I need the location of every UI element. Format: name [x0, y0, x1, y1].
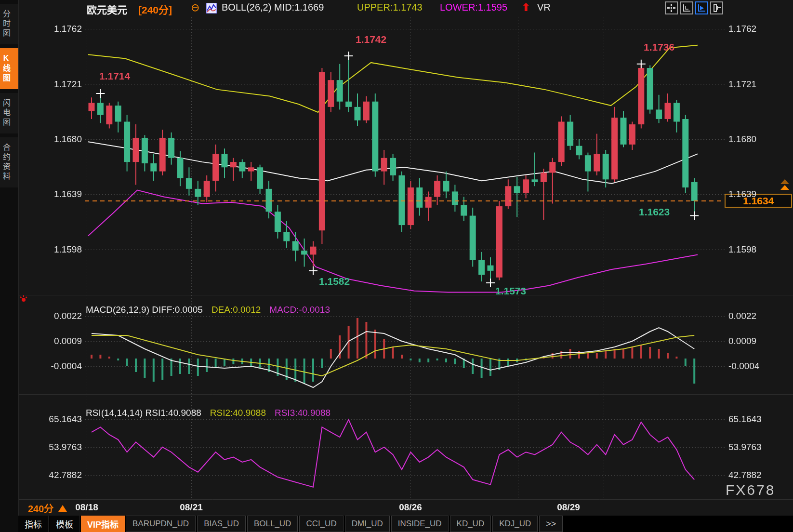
rsi-header: RSI(14,14,14) RSI1:40.9088RSI2:40.9088RS… [86, 408, 330, 418]
macd-tick-left: 0.0009 [2, 336, 82, 346]
rsi3-label: RSI3:40.9088 [275, 408, 330, 418]
footer-tab-7[interactable]: CCI_UD [299, 516, 343, 532]
macd-tick-right: 0.0022 [728, 311, 756, 321]
rsi-tick-left: 65.1643 [2, 414, 82, 425]
right-margin-icon[interactable] [710, 1, 723, 14]
macd-tick-right: -0.0004 [728, 361, 759, 372]
symbol-title: 欧元美元 [87, 2, 127, 16]
rsi2-label: RSI2:40.9088 [210, 408, 266, 418]
rsi1-label: RSI(14,14,14) RSI1:40.9088 [86, 408, 201, 418]
price-annotation: 1.1714 [99, 70, 130, 82]
header: 欧元美元 [240分] ⊖ BOLL(26,2) MID:1.1669 UPPE… [0, 0, 793, 16]
price-tick-left: 1.1598 [2, 244, 82, 255]
footer-tab-11[interactable]: KDJ_UD [492, 516, 538, 532]
macd-label: MACD(26,12,9) DIFF:0.0005 [86, 305, 203, 315]
footer-tab-8[interactable]: DMI_UD [345, 516, 390, 532]
price-tick-right: 1.1598 [728, 244, 756, 255]
price-tick-left: 1.1680 [2, 134, 82, 145]
pan-crosshair-icon[interactable] [665, 1, 678, 14]
axis-scale-icon[interactable] [680, 1, 693, 14]
axis-auto-fit-icon[interactable] [695, 1, 708, 14]
price-tick-right: 1.1639 [728, 189, 756, 200]
rsi-tick-right: 65.1643 [728, 414, 762, 425]
footer-tab-9[interactable]: INSIDE_UD [391, 516, 449, 532]
rsi-tick-right: 53.9763 [728, 442, 762, 452]
price-tick-left: 1.1639 [2, 189, 82, 200]
trading-terminal: 分时图K线图闪电图合约资料 欧元美元 [240分] ⊖ BOLL(26,2) M… [0, 0, 793, 532]
sidebar-item-3[interactable]: 闪电图 [0, 93, 18, 133]
macd-tick-left: 0.0022 [2, 311, 82, 321]
macd-value-label: MACD:-0.0013 [269, 305, 330, 315]
footer-tab-6[interactable]: BOLL_UD [247, 516, 298, 532]
macd-header: MACD(26,12,9) DIFF:0.0005DEA:0.0012MACD:… [86, 305, 330, 315]
macd-dea-label: DEA:0.0012 [211, 305, 261, 315]
watermark: FX678 [726, 482, 775, 498]
price-annotation: 1.1736 [644, 41, 674, 53]
interval-footer-chip[interactable]: 240分 [28, 501, 67, 515]
rsi-tick-left: 42.7882 [2, 470, 82, 480]
date-label: 08/18 [75, 502, 98, 513]
macd-tick-right: 0.0009 [728, 336, 756, 346]
price-tick-left: 1.1762 [2, 24, 82, 34]
footer-tab-bar: 指标模板VIP指标BARUPDN_UDBIAS_UDBOLL_UDCCI_UDD… [18, 516, 793, 532]
date-label: 08/21 [180, 502, 203, 513]
vr-indicator-label[interactable]: VR [537, 2, 551, 13]
rsi-tick-right: 42.7882 [728, 470, 762, 480]
price-tick-right: 1.1680 [728, 134, 756, 145]
triangle-up-icon [58, 505, 67, 512]
chart-type-icon [206, 3, 217, 16]
price-annotation: 1.1582 [319, 276, 350, 287]
footer-tab-3[interactable]: VIP指标 [81, 516, 125, 532]
alert-icon[interactable] [19, 295, 28, 304]
interval-badge[interactable]: [240分] [138, 2, 172, 16]
price-annotation: 1.1623 [639, 206, 670, 218]
footer-tab-1[interactable]: 指标 [18, 516, 49, 532]
footer-tab-4[interactable]: BARUPDN_UD [126, 516, 196, 532]
price-tick-right: 1.1721 [728, 79, 756, 90]
footer-tab-12[interactable]: >> [539, 516, 563, 532]
rsi-tick-left: 53.9763 [2, 442, 82, 452]
up-arrow-icon: ⬆ [521, 1, 530, 14]
boll-indicator-label: BOLL(26,2) MID:1.1669 [222, 2, 324, 13]
macd-tick-left: -0.0004 [2, 361, 82, 372]
footer-tab-2[interactable]: 模板 [50, 516, 80, 532]
price-tick-right: 1.1762 [728, 24, 756, 34]
collapse-indicator-icon[interactable]: ⊖ [191, 2, 199, 13]
price-annotation: 1.1742 [356, 34, 386, 45]
price-alert-arrow-icon [780, 185, 789, 190]
boll-upper-label: UPPER:1.1743 [357, 2, 423, 13]
footer-tab-10[interactable]: KD_UD [450, 516, 491, 532]
price-annotation: 1.1573 [495, 285, 526, 297]
price-tick-left: 1.1721 [2, 79, 82, 90]
boll-lower-label: LOWER:1.1595 [440, 2, 507, 13]
date-label: 08/26 [399, 502, 422, 513]
date-label: 08/29 [557, 502, 580, 513]
sidebar-item-4[interactable]: 合约资料 [0, 137, 18, 187]
footer-tab-5[interactable]: BIAS_UD [197, 516, 246, 532]
